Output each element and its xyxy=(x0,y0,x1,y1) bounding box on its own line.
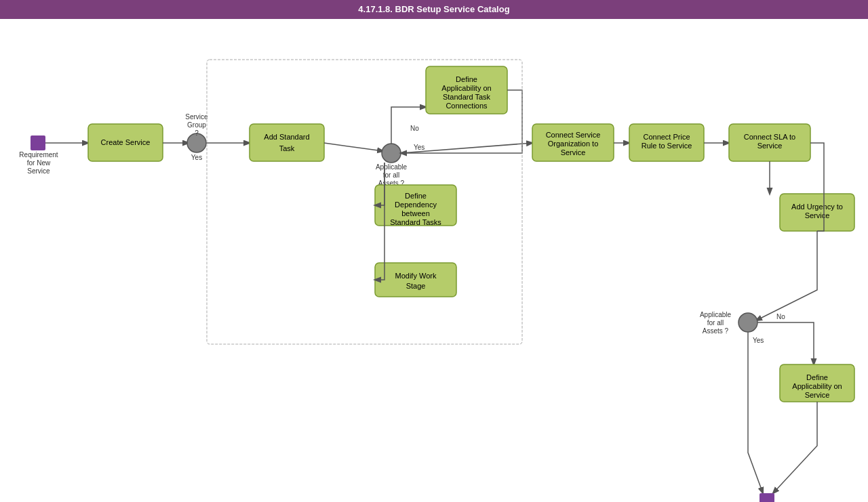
diagram-area: Create Service Service Group ? Yes Add S… xyxy=(0,19,868,502)
gw2-label2: for all xyxy=(383,171,399,179)
gw3-label2: for all xyxy=(707,319,724,327)
flow-urgency-gw3 xyxy=(756,231,817,320)
define-dep-label2: Dependency xyxy=(395,201,437,209)
connect-pricerule-label2: Rule to Service xyxy=(642,142,692,150)
gw1-label2: Group xyxy=(187,121,206,129)
title-bar: 4.17.1.8. BDR Setup Service Catalog xyxy=(0,0,868,19)
add-standard-task-label2: Task xyxy=(279,144,295,152)
define-dep-label1: Define xyxy=(405,192,427,200)
gw1-yes-label: Yes xyxy=(191,154,202,161)
diagram-title: 4.17.1.8. BDR Setup Service Catalog xyxy=(358,4,509,14)
gw1-label3: ? xyxy=(195,129,199,137)
define-app-svc-label3: Service xyxy=(805,391,830,399)
connect-pricerule-label1: Connect Price xyxy=(643,133,690,141)
gateway3-circle xyxy=(738,313,757,332)
gw3-no-label: No xyxy=(776,313,785,320)
define-dep-label4: Standard Tasks xyxy=(390,218,441,226)
modify-work-stage-box xyxy=(375,263,456,297)
gw3-label3: Assets ? xyxy=(703,327,729,335)
start-event xyxy=(31,135,45,150)
define-app-task-label3: Standard Task xyxy=(443,93,491,101)
add-urgency-label2: Service xyxy=(805,211,830,219)
add-standard-task-label: Add Standard xyxy=(264,133,309,141)
flow-task-gw2 xyxy=(324,143,383,151)
add-urgency-label1: Add Urgency to xyxy=(791,203,843,211)
gateway2-circle xyxy=(382,144,401,163)
flow-gw3-yes-end xyxy=(748,332,763,493)
gw2-no-label: No xyxy=(410,125,419,132)
gw1-label: Service xyxy=(185,113,208,121)
flow-gw2-defapp xyxy=(391,107,426,144)
modify-ws-label1: Modify Work xyxy=(395,272,437,280)
requirement-label3: Service xyxy=(27,167,50,175)
diagram-svg: Create Service Service Group ? Yes Add S… xyxy=(0,19,868,502)
gw3-yes-label: Yes xyxy=(753,337,764,344)
requirement-label2: for New xyxy=(27,159,51,167)
gw3-label1: Applicable xyxy=(700,311,732,318)
flow-gw3-defapp xyxy=(757,322,814,364)
define-app-svc-label2: Applicability on xyxy=(792,382,842,390)
gw2-label: Applicable xyxy=(376,163,408,171)
requirement-label1: Requirement xyxy=(19,151,58,159)
flow-defapp-svc-end xyxy=(773,402,817,493)
define-app-task-label4: Connections xyxy=(446,102,488,110)
connect-svcorg-label1: Connect Service xyxy=(546,131,601,139)
connect-sla-label2: Service xyxy=(757,142,783,150)
add-standard-task-box xyxy=(250,124,324,161)
connect-svcorg-label3: Service xyxy=(561,148,586,156)
connect-svcorg-label2: Organization to xyxy=(548,140,599,148)
end-event xyxy=(760,493,774,502)
define-app-task-label1: Define xyxy=(456,75,477,83)
gw2-yes-label: Yes xyxy=(414,144,425,151)
create-service-label: Create Service xyxy=(101,138,151,146)
define-dep-label3: between xyxy=(401,209,430,217)
connect-sla-label1: Connect SLA to xyxy=(744,133,795,141)
define-app-svc-label1: Define xyxy=(806,373,828,381)
define-app-task-label2: Applicability on xyxy=(441,84,491,92)
modify-ws-label2: Stage xyxy=(406,282,426,290)
